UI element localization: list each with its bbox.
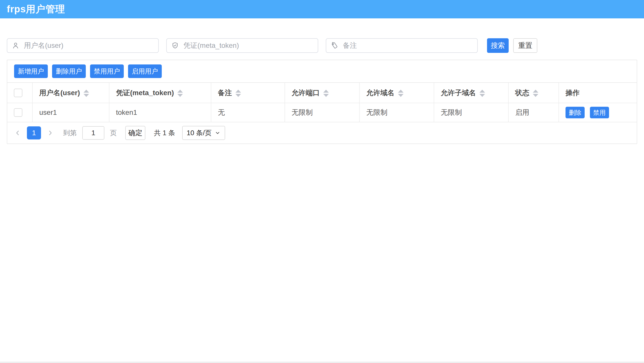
username-input[interactable]	[23, 39, 154, 52]
row-checkbox-cell	[7, 103, 32, 122]
sort-icon[interactable]	[533, 90, 538, 97]
sort-icon[interactable]	[323, 90, 329, 97]
sort-icon[interactable]	[84, 90, 89, 97]
page-title: frps用户管理	[7, 3, 65, 16]
select-all-checkbox[interactable]	[14, 89, 22, 97]
column-header-allow-subdomains: 允许子域名	[434, 83, 508, 103]
cell-user: user1	[32, 103, 109, 122]
cell-note: 无	[211, 103, 285, 122]
user-table-panel: 新增用户 删除用户 禁用用户 启用用户 用户名(user) 凭证(meta_to…	[7, 60, 637, 144]
chevron-right-icon	[47, 129, 54, 137]
goto-page-input[interactable]	[82, 126, 104, 140]
search-button[interactable]: 搜索	[487, 38, 509, 53]
reset-button[interactable]: 重置	[513, 38, 537, 53]
note-input[interactable]	[342, 39, 473, 52]
cell-token: token1	[109, 103, 211, 122]
note-field-wrapper[interactable]	[326, 38, 478, 53]
sort-icon[interactable]	[479, 90, 485, 97]
pagination: 1 到第 页 确定 共 1 条 10 条/页	[7, 122, 637, 143]
chevron-left-icon	[14, 129, 21, 137]
goto-page-suffix-label: 页	[110, 128, 117, 137]
next-page-button[interactable]	[47, 129, 54, 137]
column-header-status: 状态	[508, 83, 559, 103]
sort-icon[interactable]	[177, 90, 183, 97]
enable-users-button[interactable]: 启用用户	[128, 64, 162, 78]
shield-check-icon	[171, 42, 179, 49]
column-header-actions: 操作	[559, 83, 637, 103]
footer-divider	[0, 362, 644, 363]
column-header-allow-domains: 允许域名	[359, 83, 434, 103]
prev-page-button[interactable]	[14, 129, 21, 137]
table-header-row: 用户名(user) 凭证(meta_token) 备注 允许端口 允许域名 允许…	[7, 83, 637, 103]
username-field-wrapper[interactable]	[7, 38, 159, 53]
page-number-button[interactable]: 1	[27, 126, 41, 139]
header-checkbox-cell	[7, 83, 32, 103]
row-delete-button[interactable]: 删除	[566, 107, 585, 118]
users-table: 用户名(user) 凭证(meta_token) 备注 允许端口 允许域名 允许…	[7, 83, 637, 122]
page-size-select[interactable]: 10 条/页	[182, 126, 225, 140]
search-bar: 搜索 重置	[7, 38, 637, 53]
cell-allow-domains: 无限制	[359, 103, 434, 122]
page-size-value: 10 条/页	[187, 128, 212, 137]
cell-allow-subdomains: 无限制	[434, 103, 508, 122]
goto-page-prefix-label: 到第	[63, 128, 77, 137]
column-header-user: 用户名(user)	[32, 83, 109, 103]
sort-icon[interactable]	[235, 90, 241, 97]
cell-allow-ports: 无限制	[285, 103, 359, 122]
token-field-wrapper[interactable]	[166, 38, 318, 53]
token-input[interactable]	[183, 39, 313, 52]
add-user-button[interactable]: 新增用户	[14, 64, 48, 78]
cell-actions: 删除 禁用	[559, 103, 637, 122]
column-header-token: 凭证(meta_token)	[109, 83, 211, 103]
disable-users-button[interactable]: 禁用用户	[90, 64, 124, 78]
table-toolbar: 新增用户 删除用户 禁用用户 启用用户	[7, 60, 637, 83]
tag-icon	[331, 42, 338, 49]
column-header-note: 备注	[211, 83, 285, 103]
sort-icon[interactable]	[398, 90, 404, 97]
table-row: user1 token1 无 无限制 无限制 无限制 启用 删除 禁用	[7, 103, 637, 122]
chevron-down-icon	[215, 130, 221, 136]
app-header: frps用户管理	[0, 0, 644, 18]
delete-users-button[interactable]: 删除用户	[52, 64, 86, 78]
cell-status: 启用	[508, 103, 559, 122]
row-checkbox[interactable]	[14, 108, 22, 117]
column-header-allow-ports: 允许端口	[285, 83, 359, 103]
user-icon	[12, 42, 19, 49]
row-disable-button[interactable]: 禁用	[590, 107, 609, 118]
goto-confirm-button[interactable]: 确定	[125, 126, 145, 140]
total-count-label: 共 1 条	[154, 128, 175, 137]
